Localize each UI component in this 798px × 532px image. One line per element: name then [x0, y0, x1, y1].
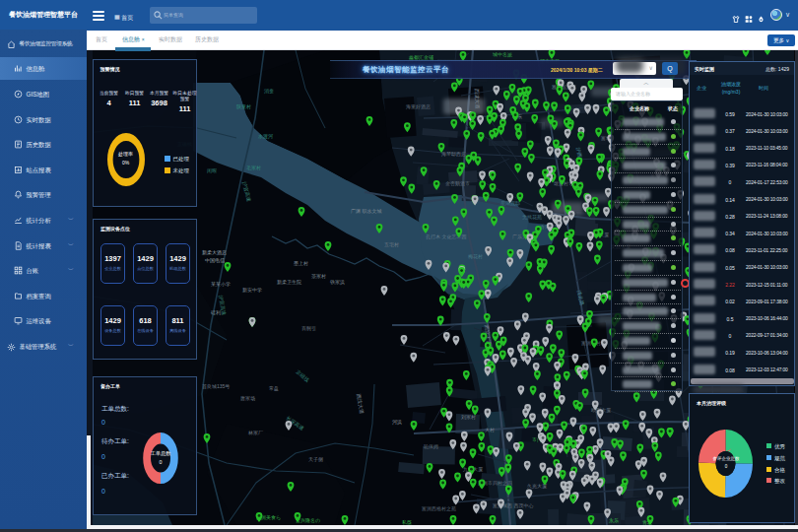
svg-text:刘家村: 刘家村 — [461, 414, 476, 421]
svg-text:新柔卫生院: 新柔卫生院 — [277, 279, 301, 286]
svg-text:中国电信: 中国电信 — [205, 257, 225, 264]
svg-text:新安中学: 新安中学 — [242, 287, 262, 293]
svg-text:唐家场: 唐家场 — [240, 395, 255, 402]
svg-text:陕里村: 陕里村 — [236, 103, 251, 110]
svg-text:河浜: 河浜 — [392, 419, 402, 426]
svg-text:某某小学: 某某小学 — [211, 281, 231, 287]
svg-text:海琴邸西店: 海琴邸西店 — [441, 151, 466, 158]
svg-text:广渊 职水文城: 广渊 职水文城 — [351, 208, 381, 214]
svg-text:茶家村: 茶家村 — [311, 273, 326, 280]
svg-text:新柔大酒店: 新柔大酒店 — [202, 249, 227, 256]
svg-text:无线花苑: 无线花苑 — [522, 214, 542, 221]
svg-text:梅花村: 梅花村 — [468, 253, 483, 260]
svg-text:闲暇: 闲暇 — [207, 167, 217, 174]
svg-text:大村: 大村 — [485, 427, 495, 433]
svg-text:毛家村: 毛家村 — [246, 165, 261, 171]
svg-text:首良城135号: 首良城135号 — [202, 383, 230, 389]
svg-text:天子侧: 天子侧 — [308, 456, 323, 463]
svg-text:轮保姆: 轮保姆 — [424, 443, 438, 450]
svg-text:金否鹅酒市: 金否鹅酒市 — [445, 180, 470, 187]
svg-text:墨上村: 墨上村 — [294, 260, 308, 267]
svg-text:富润西格村之苑: 富润西格村之苑 — [422, 505, 456, 512]
svg-text:硅利: 硅利 — [210, 309, 221, 316]
svg-text:海里好酒店: 海里好酒店 — [406, 103, 431, 110]
svg-text:水渡河: 水渡河 — [258, 133, 273, 140]
svg-text:林家厂: 林家厂 — [247, 430, 263, 435]
svg-text:消蚕: 消蚕 — [264, 88, 274, 95]
svg-text:永乐: 永乐 — [609, 517, 619, 523]
svg-text:百舸引: 百舸引 — [301, 325, 316, 332]
svg-text:城中名派: 城中名派 — [492, 51, 512, 58]
svg-text:五宅村: 五宅村 — [384, 241, 399, 248]
svg-text:铁家浜: 铁家浜 — [330, 279, 345, 286]
svg-text:常盘: 常盘 — [269, 385, 279, 391]
